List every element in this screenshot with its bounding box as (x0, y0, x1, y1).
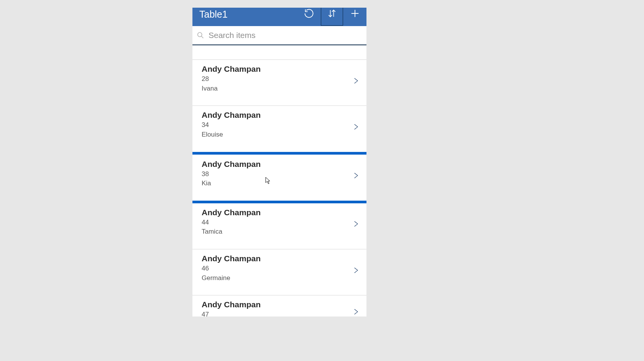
item-line2: 44 (202, 218, 357, 227)
item-line3: Elouise (202, 130, 357, 140)
page-title: Table1 (199, 9, 297, 20)
item-line2: 47 (202, 310, 357, 316)
header-toolbar (297, 8, 366, 26)
add-button[interactable] (343, 8, 366, 26)
search-icon (196, 31, 205, 40)
item-title: Andy Champan (202, 254, 357, 263)
list-item[interactable]: Andy Champan 44 Tamica (192, 203, 366, 249)
chevron-right-icon (352, 170, 360, 183)
item-line2: 28 (202, 74, 357, 84)
item-line3: Tamica (202, 227, 357, 237)
refresh-icon (304, 8, 314, 20)
app-window: Table1 (192, 8, 366, 316)
chevron-right-icon (352, 121, 360, 134)
app-canvas: Table1 (8, 8, 560, 316)
chevron-right-icon (352, 75, 360, 88)
plus-icon (350, 8, 360, 20)
sort-button[interactable] (320, 8, 343, 26)
item-line2: 34 (202, 120, 357, 130)
chevron-right-icon (352, 218, 360, 231)
app-header: Table1 (192, 8, 366, 26)
item-title: Andy Champan (202, 110, 357, 120)
chevron-right-icon (352, 264, 360, 277)
list-item[interactable]: Andy Champan 47 (192, 295, 366, 316)
item-title: Andy Champan (202, 300, 357, 309)
list-item[interactable]: Andy Champan 46 Germaine (192, 249, 366, 295)
chevron-right-icon (352, 306, 360, 316)
item-line3: Kia (202, 179, 357, 188)
item-line3: Ivana (202, 84, 357, 94)
sort-icon (327, 8, 337, 20)
list-top-spacer (192, 45, 366, 60)
list-item[interactable]: Andy Champan 28 Ivana (192, 60, 366, 106)
refresh-button[interactable] (297, 8, 320, 26)
item-title: Andy Champan (202, 208, 357, 217)
item-title: Andy Champan (202, 64, 357, 74)
item-line3: Germaine (202, 274, 357, 283)
list-item-selected[interactable]: Andy Champan 38 Kia (192, 152, 366, 203)
item-title: Andy Champan (202, 160, 357, 169)
search-input[interactable] (209, 31, 363, 40)
svg-point-0 (198, 33, 202, 37)
list-item[interactable]: Andy Champan 34 Elouise (192, 106, 366, 152)
item-line2: 38 (202, 170, 357, 179)
search-bar (192, 26, 366, 45)
items-list: Andy Champan 28 Ivana Andy Champan 34 El… (192, 60, 366, 316)
item-line2: 46 (202, 264, 357, 274)
